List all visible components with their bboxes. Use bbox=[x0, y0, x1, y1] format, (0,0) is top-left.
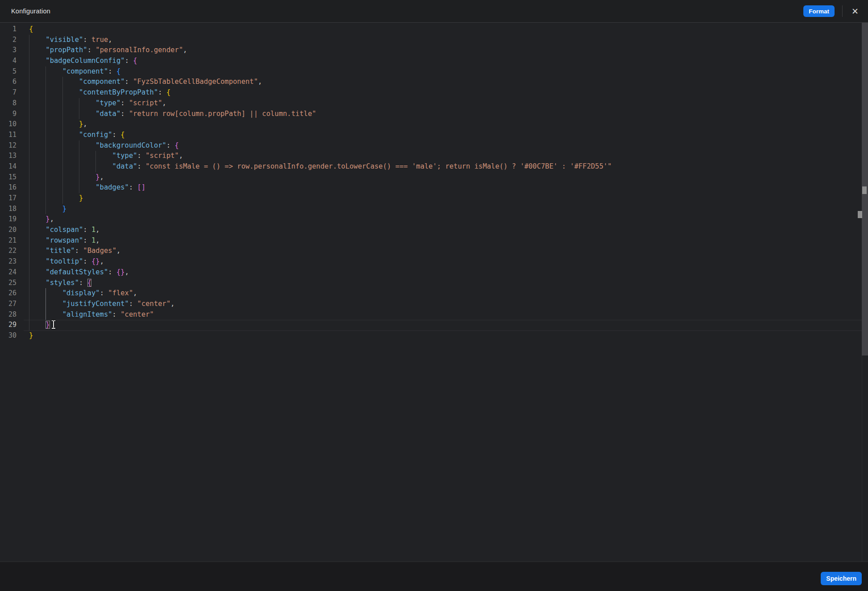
code-token: : bbox=[125, 78, 133, 86]
code-token: { bbox=[133, 57, 137, 65]
code-line[interactable]: 6"component": "FyzSbTableCellBadgeCompon… bbox=[0, 77, 868, 87]
code-token: , bbox=[179, 152, 183, 160]
code-text: "component": "FyzSbTableCellBadgeCompone… bbox=[0, 77, 262, 87]
code-text: } bbox=[0, 204, 66, 215]
code-token: , bbox=[95, 226, 99, 234]
code-token: , bbox=[50, 215, 54, 223]
code-token: : bbox=[112, 131, 121, 139]
code-line[interactable]: 28"alignItems": "center" bbox=[0, 310, 868, 320]
code-text: "badgeColumnConfig": { bbox=[0, 56, 137, 66]
code-line[interactable]: 29} bbox=[0, 320, 868, 331]
code-line[interactable]: 22"title": "Badges", bbox=[0, 246, 868, 256]
code-token: : bbox=[129, 300, 137, 308]
code-line[interactable]: 27"justifyContent": "center", bbox=[0, 299, 868, 310]
code-text: "title": "Badges", bbox=[0, 246, 120, 256]
code-text: "propPath": "personalInfo.gender", bbox=[0, 45, 187, 56]
code-line[interactable]: 4"badgeColumnConfig": { bbox=[0, 56, 868, 66]
header-actions: Format ✕ bbox=[803, 0, 862, 22]
code-line[interactable]: 10}, bbox=[0, 119, 868, 130]
overview-ruler-mark bbox=[862, 186, 867, 194]
code-token: "visible" bbox=[45, 36, 83, 44]
code-line[interactable]: 11"config": { bbox=[0, 130, 868, 141]
code-text: "component": { bbox=[0, 66, 120, 77]
code-line[interactable]: 9"data": "return row[column.propPath] ||… bbox=[0, 109, 868, 120]
code-token: "justifyContent" bbox=[62, 300, 129, 308]
code-token: "badges" bbox=[95, 183, 129, 191]
code-token: } bbox=[45, 321, 50, 329]
code-token: "styles" bbox=[45, 279, 79, 287]
code-line[interactable]: 8"type": "script", bbox=[0, 98, 868, 109]
code-text: "defaultStyles": {}, bbox=[0, 267, 129, 278]
code-line[interactable]: 25"styles": { bbox=[0, 278, 868, 289]
code-line[interactable]: 15}, bbox=[0, 172, 868, 183]
code-text: "justifyContent": "center", bbox=[0, 299, 175, 310]
code-text: "alignItems": "center" bbox=[0, 310, 154, 320]
code-text: "data": "const isMale = () => row.person… bbox=[0, 161, 612, 172]
text-cursor-icon bbox=[51, 320, 57, 329]
code-text: } bbox=[0, 320, 50, 331]
code-line[interactable]: 7"contentByPropPath": { bbox=[0, 87, 868, 98]
close-button[interactable]: ✕ bbox=[848, 4, 862, 18]
code-token: "script" bbox=[145, 152, 179, 160]
code-token: : bbox=[100, 289, 108, 297]
code-line[interactable]: 19}, bbox=[0, 214, 868, 225]
code-line[interactable]: 1{ bbox=[0, 24, 868, 35]
code-token: "propPath" bbox=[45, 46, 87, 54]
code-token: : bbox=[83, 236, 91, 244]
code-text: "data": "return row[column.propPath] || … bbox=[0, 109, 316, 120]
code-text: "tooltip": {}, bbox=[0, 256, 104, 267]
code-line[interactable]: 17} bbox=[0, 193, 868, 204]
code-token: : bbox=[108, 67, 116, 75]
code-line[interactable]: 14"data": "const isMale = () => row.pers… bbox=[0, 161, 868, 172]
code-token: { bbox=[29, 25, 33, 33]
code-token: , bbox=[133, 289, 137, 297]
code-token: , bbox=[162, 99, 166, 107]
code-token: : bbox=[125, 57, 133, 65]
code-token: "flex" bbox=[108, 289, 133, 297]
code-line[interactable]: 13"type": "script", bbox=[0, 151, 868, 161]
header-divider bbox=[842, 5, 843, 17]
dialog-title: Konfiguration bbox=[11, 8, 50, 15]
editor-scrollbar[interactable] bbox=[862, 23, 868, 562]
code-text: "config": { bbox=[0, 130, 125, 141]
json-code-editor[interactable]: 1{2"visible": true,3"propPath": "persona… bbox=[0, 23, 868, 562]
code-token: , bbox=[100, 257, 104, 265]
code-line[interactable]: 20"colspan": 1, bbox=[0, 225, 868, 236]
code-token: { bbox=[166, 88, 170, 96]
code-line[interactable]: 23"tooltip": {}, bbox=[0, 256, 868, 267]
code-token: "component" bbox=[79, 78, 125, 86]
code-token: : bbox=[129, 183, 137, 191]
code-token: {} bbox=[116, 268, 125, 276]
code-token: : bbox=[120, 110, 129, 118]
code-token: , bbox=[170, 300, 174, 308]
code-line[interactable]: 24"defaultStyles": {}, bbox=[0, 267, 868, 278]
code-line[interactable]: 5"component": { bbox=[0, 66, 868, 77]
save-button[interactable]: Speichern bbox=[821, 572, 862, 585]
code-line[interactable]: 12"backgroundColor": { bbox=[0, 141, 868, 151]
code-text: } bbox=[0, 193, 83, 204]
dialog-header: Konfiguration Format ✕ bbox=[0, 0, 868, 23]
code-text: "backgroundColor": { bbox=[0, 141, 179, 151]
code-token: "data" bbox=[112, 162, 137, 170]
code-line[interactable]: 26"display": "flex", bbox=[0, 288, 868, 299]
code-token: , bbox=[83, 120, 87, 128]
code-token: true bbox=[91, 36, 108, 44]
code-line[interactable]: 18} bbox=[0, 204, 868, 215]
code-line[interactable]: 30} bbox=[0, 331, 868, 341]
code-token: "data" bbox=[95, 110, 120, 118]
code-line[interactable]: 21"rowspan": 1, bbox=[0, 236, 868, 246]
code-line[interactable]: 2"visible": true, bbox=[0, 35, 868, 45]
code-line[interactable]: 3"propPath": "personalInfo.gender", bbox=[0, 45, 868, 56]
code-token: "colspan" bbox=[45, 226, 83, 234]
dialog-footer: Speichern bbox=[0, 562, 868, 591]
format-button[interactable]: Format bbox=[803, 5, 835, 17]
code-token: "const isMale = () => row.personalInfo.g… bbox=[145, 162, 612, 170]
code-line[interactable]: 16"badges": [] bbox=[0, 182, 868, 193]
code-token: 1 bbox=[91, 226, 95, 234]
code-token: , bbox=[125, 268, 129, 276]
code-token: : bbox=[137, 152, 146, 160]
code-token: "defaultStyles" bbox=[45, 268, 108, 276]
code-text: { bbox=[0, 24, 33, 35]
code-token: : bbox=[83, 36, 91, 44]
code-token: "center" bbox=[137, 300, 171, 308]
